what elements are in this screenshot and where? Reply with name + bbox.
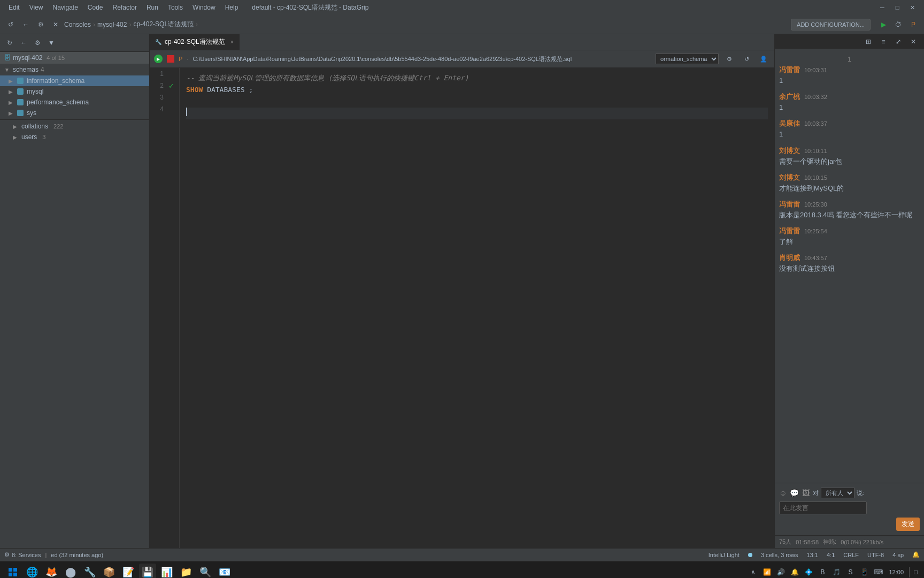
- sidebar-item-sys[interactable]: ▶ sys: [0, 108, 149, 118]
- tray-network-icon[interactable]: 📶: [761, 567, 772, 577]
- maximize-button[interactable]: □: [890, 0, 905, 15]
- close-pane-button[interactable]: ✕: [49, 18, 62, 31]
- line-sep-info: CRLF: [843, 552, 859, 558]
- menu-code[interactable]: Code: [83, 3, 107, 12]
- image-icon[interactable]: 🖼: [802, 489, 810, 497]
- tray-item7[interactable]: S: [845, 567, 856, 577]
- back-button[interactable]: ←: [19, 18, 32, 31]
- chat-input-field[interactable]: [779, 501, 867, 514]
- db-selector-dropdown[interactable]: ormation_schema: [656, 54, 719, 64]
- tab-bar: 🔧 cp-402-SQL语法规范 ×: [150, 34, 774, 50]
- chat-expand-icon[interactable]: ⤢: [892, 35, 905, 48]
- tray-item6[interactable]: 🎵: [831, 567, 842, 577]
- menu-tools[interactable]: Tools: [164, 3, 187, 12]
- sidebar-filter-icon[interactable]: ▼: [45, 36, 58, 49]
- sidebar-refresh-icon[interactable]: ↻: [3, 36, 16, 49]
- db-header[interactable]: 🗄 mysql-402 4 of 15: [0, 52, 149, 64]
- saved-label: ed (32 minutes ago): [51, 552, 103, 558]
- run-button[interactable]: ▶: [877, 18, 890, 31]
- tab-close-button[interactable]: ×: [230, 39, 234, 45]
- code-editor[interactable]: -- 查询当前被MySQL管理的所有数据库信息 (选择SQL语句执行的快捷键Ct…: [180, 68, 774, 548]
- sidebar-back-icon[interactable]: ←: [17, 36, 30, 49]
- cursor-caret: [186, 108, 187, 116]
- sidebar-item-mysql[interactable]: ▶ mysql: [0, 86, 149, 97]
- recipient-label: 对 所有人 说:: [813, 488, 864, 498]
- schema-name-mysql: mysql: [27, 88, 43, 95]
- menu-navigate[interactable]: Navigate: [48, 3, 82, 12]
- tray-item3[interactable]: 🔔: [789, 567, 800, 577]
- menu-help[interactable]: Help: [221, 3, 243, 12]
- add-config-button[interactable]: ADD CONFIGURATION...: [791, 19, 871, 31]
- sidebar-item-performance-schema[interactable]: ▶ performance_schema: [0, 97, 149, 108]
- breadcrumb-consoles[interactable]: Consoles: [64, 21, 91, 28]
- taskbar-item7[interactable]: 📝: [120, 564, 137, 579]
- taskbar-firefox-icon[interactable]: 🦊: [43, 564, 60, 579]
- breadcrumb-file[interactable]: cp-402-SQL语法规范: [133, 20, 194, 29]
- taskbar-search-icon[interactable]: 🔍: [197, 564, 214, 579]
- chat-author-3: 吴康佳: [779, 119, 800, 128]
- tab-main[interactable]: 🔧 cp-402-SQL语法规范 ×: [150, 34, 240, 50]
- menu-refactor[interactable]: Refactor: [109, 3, 141, 12]
- chat-author-2: 余广桃: [779, 92, 800, 102]
- sidebar-item-collations[interactable]: ▶ collations 222: [0, 121, 149, 132]
- schemas-label: schemas: [13, 66, 38, 73]
- menu-run[interactable]: Run: [142, 3, 163, 12]
- services-button[interactable]: ⚙ 8: Services: [4, 551, 41, 558]
- menu-window[interactable]: Window: [188, 3, 220, 12]
- indent2-info: 4 sp: [892, 552, 904, 558]
- tray-item8[interactable]: 📱: [859, 567, 869, 577]
- path-users-icon[interactable]: 👤: [757, 52, 770, 65]
- chat-tools: ☺ 💬 🖼 对 所有人 说:: [779, 488, 920, 498]
- collations-chevron-icon: ▶: [13, 124, 17, 130]
- theme-dot-icon: [748, 553, 752, 557]
- svg-rect-1: [13, 568, 17, 572]
- chat-msg-8: 肖明威 10:43:57 没有测试连接按钮: [779, 253, 920, 273]
- chat-time-3: 10:03:37: [804, 120, 827, 127]
- taskbar-folder-icon[interactable]: 📁: [178, 564, 195, 579]
- taskbar-chrome-icon[interactable]: ⬤: [62, 564, 79, 579]
- minimize-button[interactable]: ─: [875, 0, 890, 15]
- chat-text-4: 需要一个驱动的jar包: [779, 157, 920, 166]
- close-button[interactable]: ✕: [905, 0, 920, 15]
- menu-view[interactable]: View: [25, 3, 48, 12]
- chat-close-icon[interactable]: ✕: [907, 35, 920, 48]
- sidebar-item-information-schema[interactable]: ▶ information_schema: [0, 75, 149, 86]
- emoji-icon[interactable]: ☺: [779, 489, 787, 497]
- profile-button[interactable]: ⏱: [892, 18, 905, 31]
- tray-item4[interactable]: 💠: [803, 567, 814, 577]
- tray-volume-icon[interactable]: 🔊: [775, 567, 786, 577]
- taskbar-mail-icon[interactable]: 📧: [216, 564, 233, 579]
- chat-send-button[interactable]: 发送: [896, 518, 920, 531]
- chat-time-6: 10:25:30: [804, 201, 827, 208]
- taskbar-edge-icon[interactable]: 🌐: [24, 564, 41, 579]
- sidebar-settings-icon[interactable]: ⚙: [31, 36, 44, 49]
- taskbar-item6[interactable]: 📦: [101, 564, 118, 579]
- tab-sql-icon: 🔧: [155, 39, 161, 45]
- schemas-header[interactable]: ▼ schemas 4: [0, 64, 149, 75]
- tray-item5[interactable]: B: [817, 567, 828, 577]
- chat-bubble-icon[interactable]: 💬: [790, 489, 799, 497]
- sync-button[interactable]: ↺: [4, 18, 17, 31]
- stop-button[interactable]: [167, 55, 174, 63]
- recipient-select[interactable]: 所有人: [821, 488, 854, 498]
- taskbar-datagrip-icon[interactable]: 💾: [139, 564, 156, 579]
- settings-button[interactable]: ⚙: [34, 18, 47, 31]
- chat-options-icon[interactable]: ≡: [877, 35, 890, 48]
- taskbar-item5[interactable]: 🔧: [81, 564, 98, 579]
- sidebar-item-users[interactable]: ▶ users 3: [0, 132, 149, 142]
- path-settings-icon[interactable]: ⚙: [723, 52, 736, 65]
- db-name: mysql-402: [13, 54, 42, 62]
- tray-up-arrow-icon[interactable]: ∧: [748, 567, 758, 577]
- path-sync-icon[interactable]: ↺: [740, 52, 753, 65]
- taskbar-ppt-icon[interactable]: 📊: [158, 564, 175, 579]
- collations-count: 222: [53, 123, 63, 130]
- show-desktop-button[interactable]: □: [909, 567, 920, 577]
- chat-msg-5: 刘博文 10:10:15 才能连接到MySQL的: [779, 173, 920, 193]
- step-button[interactable]: P: [907, 18, 920, 31]
- menu-edit[interactable]: Edit: [4, 3, 24, 12]
- taskbar-start-button[interactable]: [4, 564, 21, 579]
- run-green-button[interactable]: ▶: [154, 55, 163, 63]
- chat-layout-icon[interactable]: ⊞: [862, 35, 875, 48]
- breadcrumb-db[interactable]: mysql-402: [97, 21, 127, 28]
- tray-item9[interactable]: ⌨: [873, 567, 883, 577]
